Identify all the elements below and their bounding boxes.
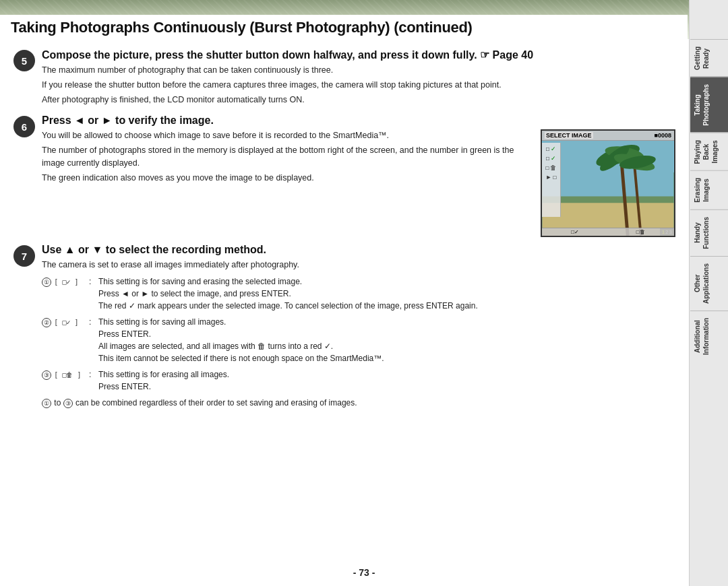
- bracket-3: [ □🗑 ]: [54, 371, 81, 379]
- step-5: 5 Compose the picture, press the shutter…: [13, 48, 675, 108]
- circle-a: ①: [42, 399, 51, 408]
- bracket-2: [ □✓ ]: [54, 319, 78, 326]
- bottom-icon-2: □🗑: [636, 229, 645, 235]
- save-icon-4: □: [553, 174, 557, 181]
- image-counter: ■0008: [655, 132, 671, 139]
- step-6-line-1: You will be allowed to choose which imag…: [42, 129, 530, 142]
- colon-1: :: [89, 275, 98, 288]
- title-bar: Taking Photographs Continuously (Burst P…: [0, 15, 688, 39]
- step-7-intro: The camera is set to erase all images im…: [42, 259, 675, 271]
- bottom-icon-1: □✓: [571, 229, 579, 235]
- list-marker-1: ① [ □✓ ]: [42, 275, 89, 288]
- step-7: 7 Use ▲ or ▼ to select the recording met…: [13, 244, 675, 413]
- arrow-icon: ►: [546, 174, 552, 181]
- save-icon-2: □: [546, 156, 549, 162]
- bracket-1: [ □✓ ]: [54, 278, 78, 286]
- top-banner: Taking Photographs Continuously (Burst P…: [0, 0, 728, 39]
- list-desc-3: This setting is for erasing all images. …: [98, 368, 675, 393]
- left-panel: □ ✓ □ ✓ □ 🗑 ►: [542, 143, 561, 217]
- scene-svg: [542, 131, 674, 236]
- step-6-content: Press ◄ or ► to verify the image. You wi…: [42, 115, 675, 237]
- circle-b: ③: [63, 399, 73, 408]
- step-5-line-2: If you release the shutter button before…: [42, 79, 675, 92]
- circle-1: ①: [42, 278, 51, 287]
- page-title: Taking Photographs Continuously (Burst P…: [11, 19, 677, 36]
- list-items: ① [ □✓ ] : This setting is for saving an…: [42, 275, 675, 409]
- sidebar: GettingReady TakingPhoto­graphs PlayingB…: [689, 0, 728, 586]
- sidebar-tab-playing-back[interactable]: PlayingBackImages: [690, 133, 728, 171]
- step-7-content: Use ▲ or ▼ to select the recording metho…: [42, 244, 675, 413]
- colon-3: :: [89, 368, 98, 381]
- select-image-label: SELECT IMAGE: [545, 132, 593, 139]
- step-5-line-3: After photography is finished, the LCD m…: [42, 94, 675, 106]
- circle-2: ②: [42, 318, 51, 327]
- panel-row-2: □ ✓: [546, 155, 556, 162]
- sidebar-tab-other[interactable]: OtherApplications: [690, 256, 728, 311]
- step-5-title: Compose the picture, press the shutter b…: [42, 48, 675, 61]
- bottom-icons: □✓ □🗑: [542, 228, 674, 236]
- save-icon-1: □: [546, 146, 549, 152]
- sidebar-tab-taking-photos[interactable]: TakingPhoto­graphs: [690, 77, 728, 133]
- list-item-2: ② [ □✓ ] : This setting is for saving al…: [42, 316, 675, 364]
- sidebar-tab-additional[interactable]: AdditionalInformation: [690, 311, 728, 362]
- sidebar-tab-erasing[interactable]: ErasingImages: [690, 170, 728, 209]
- sidebar-tab-handy[interactable]: HandyFunctions: [690, 209, 728, 256]
- step-6-text: You will be allowed to choose which imag…: [42, 129, 530, 186]
- step-6-line-3: The green indication also moves as you m…: [42, 172, 530, 185]
- select-image-bar: SELECT IMAGE ■0008: [542, 131, 674, 141]
- camera-preview: SELECT IMAGE ■0008 □ ✓ □ ✓: [541, 129, 675, 237]
- step-6-layout: You will be allowed to choose which imag…: [42, 129, 675, 237]
- step-5-line-1: The maximum number of photography that c…: [42, 64, 675, 77]
- trash-icon-1: 🗑: [550, 164, 556, 171]
- list-marker-3: ③ [ □🗑 ]: [42, 368, 89, 381]
- panel-row-1: □ ✓: [546, 145, 556, 152]
- sidebar-tab-getting-ready[interactable]: GettingReady: [690, 39, 728, 77]
- step-7-number: 7: [13, 245, 35, 267]
- page-number: - 73 -: [353, 567, 375, 578]
- step-6-body: You will be allowed to choose which imag…: [42, 129, 530, 184]
- step-5-number: 5: [13, 50, 35, 71]
- check-icon-1: ✓: [551, 145, 556, 152]
- step-7-body: The camera is set to erase all images im…: [42, 259, 675, 409]
- step-6-number: 6: [13, 116, 35, 137]
- step-5-body: The maximum number of photography that c…: [42, 64, 675, 106]
- list-desc-1: This setting is for saving and erasing t…: [98, 275, 675, 312]
- panel-row-3: □ 🗑: [546, 164, 557, 171]
- colon-2: :: [89, 316, 98, 328]
- step-6-title: Press ◄ or ► to verify the image.: [42, 115, 675, 127]
- main-content: 5 Compose the picture, press the shutter…: [0, 39, 689, 586]
- panel-row-4: ► □: [546, 174, 557, 181]
- circle-3: ③: [42, 370, 51, 380]
- camera-screen: SELECT IMAGE ■0008 □ ✓ □ ✓: [542, 131, 674, 236]
- footer-note: ① to ③ can be combined regardless of the…: [42, 397, 675, 409]
- check-icon-2: ✓: [551, 155, 556, 162]
- list-item-1: ① [ □✓ ] : This setting is for saving an…: [42, 275, 675, 312]
- footer-note-text: ① to ③ can be combined regardless of the…: [42, 397, 675, 409]
- list-desc-2: This setting is for saving all images. P…: [98, 316, 675, 364]
- list-item-3: ③ [ □🗑 ] : This setting is for erasing a…: [42, 368, 675, 393]
- step-6-line-2: The number of photographs stored in the …: [42, 144, 530, 170]
- list-marker-2: ② [ □✓ ]: [42, 316, 89, 328]
- step-5-content: Compose the picture, press the shutter b…: [42, 48, 675, 108]
- save-icon-3: □: [546, 165, 549, 171]
- step-6: 6 Press ◄ or ► to verify the image. You …: [13, 115, 675, 237]
- step-7-title: Use ▲ or ▼ to select the recording metho…: [42, 244, 675, 256]
